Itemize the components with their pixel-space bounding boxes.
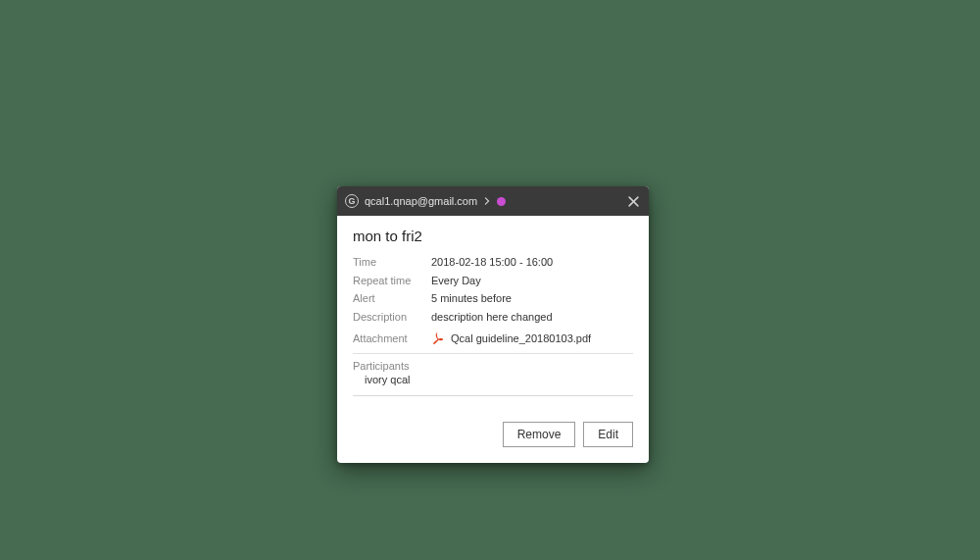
event-title: mon to fri2 [353, 228, 633, 244]
detail-row-repeat: Repeat time Every Day [353, 273, 633, 290]
repeat-label: Repeat time [353, 273, 431, 290]
attachment-filename: Qcal guideline_20180103.pdf [451, 332, 591, 344]
description-value: description here changed [431, 309, 633, 327]
divider [353, 395, 633, 396]
calendar-color-dot [497, 197, 506, 206]
detail-row-alert: Alert 5 minutes before [353, 290, 633, 308]
account-label: qcal1.qnap@gmail.com [365, 195, 477, 207]
close-button[interactable] [625, 193, 641, 209]
event-detail-modal: G qcal1.qnap@gmail.com mon to fri2 Time … [337, 186, 649, 463]
modal-footer: Remove Edit [337, 408, 649, 463]
description-label: Description [353, 309, 431, 327]
participants-section: Participants ivory qcal [353, 360, 633, 385]
participant-name: ivory qcal [353, 374, 633, 385]
alert-value: 5 minutes before [431, 290, 633, 308]
google-icon: G [345, 194, 359, 208]
participants-label: Participants [353, 360, 633, 372]
remove-button[interactable]: Remove [503, 422, 576, 447]
detail-row-time: Time 2018-02-18 15:00 - 16:00 [353, 254, 633, 272]
detail-row-description: Description description here changed [353, 309, 633, 327]
edit-button[interactable]: Edit [583, 422, 633, 447]
modal-header: G qcal1.qnap@gmail.com [337, 186, 649, 216]
alert-label: Alert [353, 290, 431, 308]
chevron-right-icon [483, 195, 491, 207]
time-label: Time [353, 254, 431, 272]
pdf-icon [431, 331, 445, 345]
time-value: 2018-02-18 15:00 - 16:00 [431, 254, 633, 272]
attachment-link[interactable]: Qcal guideline_20180103.pdf [431, 331, 591, 345]
detail-row-attachment: Attachment Qcal guideline_20180103.pdf [353, 331, 633, 345]
attachment-label: Attachment [353, 332, 431, 344]
divider [353, 353, 633, 354]
modal-body: mon to fri2 Time 2018-02-18 15:00 - 16:0… [337, 216, 649, 408]
repeat-value: Every Day [431, 273, 633, 290]
